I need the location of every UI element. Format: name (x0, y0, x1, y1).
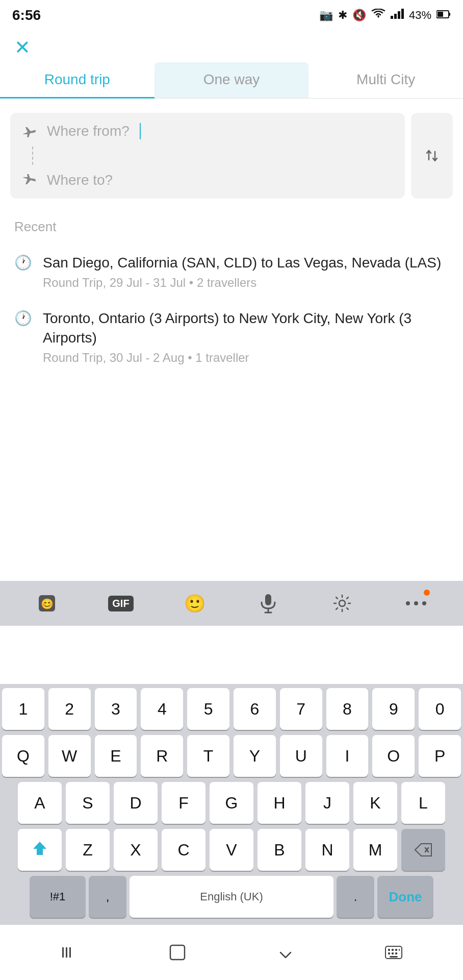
key-z[interactable]: Z (66, 829, 110, 871)
text-cursor (140, 123, 141, 139)
key-s[interactable]: S (66, 782, 110, 824)
key-j[interactable]: J (305, 782, 349, 824)
key-d[interactable]: D (114, 782, 158, 824)
svg-rect-3 (401, 9, 404, 19)
key-f[interactable]: F (162, 782, 205, 824)
status-icons: 📷 ✱ 🔇 43% (319, 9, 451, 22)
navigation-bar (0, 925, 463, 980)
key-w[interactable]: W (48, 735, 91, 777)
svg-point-14 (414, 601, 418, 605)
recent-clock-icon-2: 🕐 (14, 310, 33, 327)
swap-button[interactable] (411, 113, 453, 199)
svg-rect-2 (398, 11, 400, 19)
bluetooth-icon: ✱ (338, 9, 347, 22)
tab-one-way[interactable]: One way (155, 62, 309, 98)
key-a[interactable]: A (18, 782, 62, 824)
recent-item-sub-1: Round Trip, 29 Jul - 31 Jul • 2 travelle… (43, 275, 441, 290)
svg-rect-9 (265, 594, 271, 605)
key-0[interactable]: 0 (419, 688, 461, 730)
key-g[interactable]: G (210, 782, 253, 824)
key-r[interactable]: R (141, 735, 183, 777)
key-1[interactable]: 1 (2, 688, 44, 730)
settings-button[interactable] (324, 585, 360, 621)
svg-rect-5 (449, 13, 450, 16)
recent-item-2[interactable]: 🕐 Toronto, Ontario (3 Airports) to New Y… (0, 300, 463, 375)
svg-rect-0 (391, 16, 393, 19)
key-4[interactable]: 4 (141, 688, 183, 730)
key-2[interactable]: 2 (48, 688, 91, 730)
key-e[interactable]: E (95, 735, 137, 777)
recent-label: Recent (0, 199, 463, 244)
more-button[interactable] (398, 585, 434, 621)
recent-item-content-1: San Diego, California (SAN, CLD) to Las … (43, 253, 441, 290)
key-u[interactable]: U (280, 735, 322, 777)
key-p[interactable]: P (419, 735, 461, 777)
svg-rect-17 (66, 947, 67, 958)
key-9[interactable]: 9 (372, 688, 415, 730)
microphone-button[interactable] (250, 585, 286, 621)
symbols-key[interactable]: !#1 (30, 876, 86, 918)
battery-icon (436, 9, 451, 22)
key-x[interactable]: X (114, 829, 158, 871)
backspace-key[interactable] (401, 829, 445, 871)
sticker-button[interactable]: 😊 (29, 585, 65, 621)
status-bar: 6:56 📷 ✱ 🔇 43% (0, 0, 463, 29)
key-y[interactable]: Y (234, 735, 276, 777)
svg-text:😊: 😊 (41, 598, 54, 610)
key-k[interactable]: K (353, 782, 397, 824)
search-inputs: Where from? Where to? (10, 113, 405, 199)
keyboard: 1 2 3 4 5 6 7 8 9 0 Q W E R T Y U I O P … (0, 684, 463, 925)
key-c[interactable]: C (162, 829, 205, 871)
key-5[interactable]: 5 (187, 688, 229, 730)
svg-rect-16 (62, 947, 64, 958)
nav-recents-button[interactable] (265, 937, 306, 968)
shift-icon (31, 840, 48, 860)
where-from-field[interactable]: Where from? (10, 113, 405, 150)
period-key[interactable]: . (337, 876, 374, 918)
key-8[interactable]: 8 (326, 688, 369, 730)
svg-rect-21 (388, 949, 390, 951)
keyboard-asdf-row: A S D F G H J K L (2, 782, 461, 824)
key-l[interactable]: L (401, 782, 445, 824)
where-to-placeholder: Where to? (47, 172, 113, 188)
svg-rect-26 (392, 952, 394, 954)
nav-keyboard-button[interactable] (373, 937, 414, 968)
space-key[interactable]: English (UK) (130, 876, 333, 918)
key-q[interactable]: Q (2, 735, 44, 777)
key-h[interactable]: H (258, 782, 301, 824)
key-m[interactable]: M (353, 829, 397, 871)
gif-button[interactable]: GIF (103, 585, 139, 621)
done-key[interactable]: Done (377, 876, 433, 918)
comma-key[interactable]: , (89, 876, 126, 918)
tab-round-trip[interactable]: Round trip (0, 62, 155, 98)
recent-item[interactable]: 🕐 San Diego, California (SAN, CLD) to La… (0, 244, 463, 300)
nav-back-button[interactable] (49, 937, 90, 968)
where-to-field[interactable]: Where to? (10, 162, 405, 199)
recent-item-main-2: Toronto, Ontario (3 Airports) to New Yor… (43, 309, 449, 348)
svg-point-13 (406, 601, 410, 605)
key-6[interactable]: 6 (234, 688, 276, 730)
mute-icon: 🔇 (352, 9, 366, 22)
recent-item-sub-2: Round Trip, 30 Jul - 2 Aug • 1 traveller (43, 350, 449, 365)
svg-rect-28 (390, 956, 398, 958)
key-v[interactable]: V (210, 829, 253, 871)
key-i[interactable]: I (326, 735, 369, 777)
key-7[interactable]: 7 (280, 688, 322, 730)
key-n[interactable]: N (305, 829, 349, 871)
key-o[interactable]: O (372, 735, 415, 777)
svg-rect-22 (392, 949, 394, 951)
emoji-button[interactable]: 🙂 (177, 585, 213, 621)
shift-key[interactable] (18, 829, 62, 871)
key-b[interactable]: B (258, 829, 301, 871)
nav-home-button[interactable] (157, 937, 198, 968)
key-3[interactable]: 3 (95, 688, 137, 730)
svg-rect-1 (394, 14, 397, 19)
svg-rect-24 (399, 949, 400, 951)
svg-point-15 (422, 601, 426, 605)
tab-multi-city[interactable]: Multi City (308, 62, 463, 98)
close-button[interactable]: ✕ (14, 38, 31, 57)
key-t[interactable]: T (187, 735, 229, 777)
wifi-icon (371, 9, 385, 22)
svg-rect-19 (170, 945, 185, 960)
svg-rect-27 (395, 952, 397, 954)
